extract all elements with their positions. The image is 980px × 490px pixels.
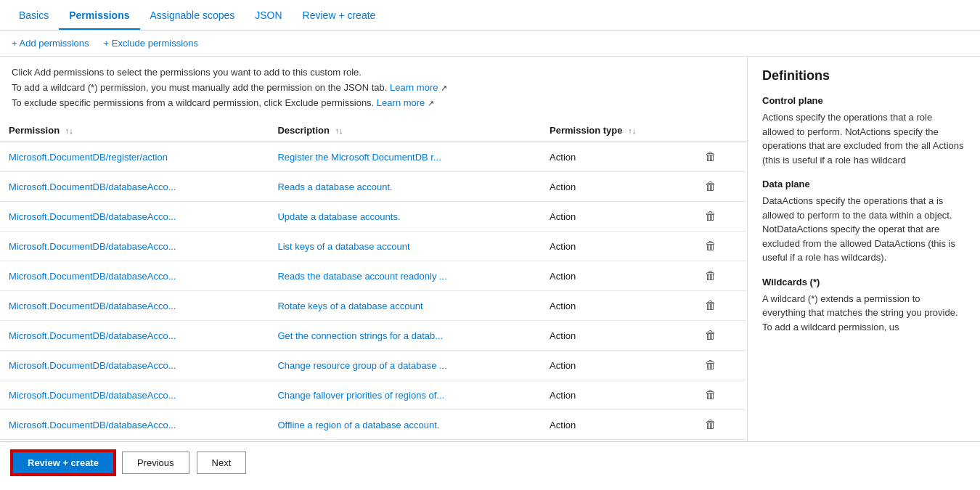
cell-description-7[interactable]: Change resource group of a database ... (269, 351, 541, 380)
tab-review-create[interactable]: Review + create (293, 2, 386, 30)
table-row: Microsoft.DocumentDB/databaseAcco...Get … (0, 321, 747, 351)
info-line2: To add a wildcard (*) permission, you mu… (12, 81, 735, 96)
tab-assignable-scopes[interactable]: Assignable scopes (140, 2, 245, 30)
definition-heading-0: Control plane (762, 95, 965, 106)
cell-type-0: Action (541, 142, 692, 172)
delete-button-3[interactable]: 🗑 (701, 238, 721, 254)
footer: Review + create Previous Next (0, 441, 980, 483)
cell-description-2[interactable]: Update a database accounts. (269, 202, 541, 232)
cell-description-3[interactable]: List keys of a database account (269, 232, 541, 261)
tab-json[interactable]: JSON (245, 2, 292, 30)
cell-permission-2[interactable]: Microsoft.DocumentDB/databaseAcco... (0, 202, 269, 232)
definition-heading-2: Wildcards (*) (762, 277, 965, 287)
cell-permission-4[interactable]: Microsoft.DocumentDB/databaseAcco... (0, 261, 269, 291)
cell-delete-6: 🗑 (692, 321, 747, 351)
cell-permission-1[interactable]: Microsoft.DocumentDB/databaseAcco... (0, 172, 269, 202)
cell-type-6: Action (541, 321, 692, 351)
info-line3-text: To exclude specific permissions from a w… (12, 97, 374, 108)
cell-description-8[interactable]: Change failover priorities of regions of… (269, 380, 541, 410)
definitions-panel: Definitions Control planeActions specify… (748, 57, 980, 441)
cell-delete-7: 🗑 (692, 351, 747, 380)
cell-type-5: Action (541, 291, 692, 321)
cell-delete-0: 🗑 (692, 142, 747, 172)
cell-delete-5: 🗑 (692, 291, 747, 321)
tab-basics[interactable]: Basics (9, 2, 59, 30)
table-row: Microsoft.DocumentDB/databaseAcco...Read… (0, 172, 747, 202)
col-permission-type: Permission type ↑↓ (541, 119, 692, 142)
definition-body-1: DataActions specify the operations that … (762, 194, 965, 265)
cell-type-1: Action (541, 172, 692, 202)
cell-permission-6[interactable]: Microsoft.DocumentDB/databaseAcco... (0, 321, 269, 351)
cell-permission-7[interactable]: Microsoft.DocumentDB/databaseAcco... (0, 351, 269, 380)
cell-type-2: Action (541, 202, 692, 232)
info-line2-text: To add a wildcard (*) permission, you mu… (12, 82, 387, 93)
cell-delete-9: 🗑 (692, 410, 747, 440)
tabs-bar: BasicsPermissionsAssignable scopesJSONRe… (0, 0, 980, 30)
table-row: Microsoft.DocumentDB/databaseAcco...Upda… (0, 202, 747, 232)
table-row: Microsoft.DocumentDB/databaseAcco...Chan… (0, 380, 747, 410)
info-line3: To exclude specific permissions from a w… (12, 96, 735, 111)
cell-delete-8: 🗑 (692, 380, 747, 410)
cell-type-8: Action (541, 380, 692, 410)
definition-section-2: Wildcards (*)A wildcard (*) extends a pe… (762, 277, 965, 335)
exclude-permissions-button[interactable]: + Exclude permissions (104, 38, 198, 49)
definition-body-2: A wildcard (*) extends a permission to e… (762, 292, 965, 335)
delete-button-5[interactable]: 🗑 (701, 298, 721, 314)
cell-description-4[interactable]: Reads the database account readonly ... (269, 261, 541, 291)
info-section: Click Add permissions to select the perm… (0, 57, 747, 119)
definition-section-0: Control planeActions specify the operati… (762, 95, 965, 167)
cell-type-7: Action (541, 351, 692, 380)
cell-type-3: Action (541, 232, 692, 261)
review-create-button[interactable]: Review + create (12, 451, 115, 475)
toolbar: + Add permissions + Exclude permissions (0, 30, 980, 57)
table-row: Microsoft.DocumentDB/databaseAcco...Offl… (0, 410, 747, 440)
definition-body-0: Actions specify the operations that a ro… (762, 110, 965, 167)
table-header-row: Permission ↑↓ Description ↑↓ Permission … (0, 119, 747, 142)
table-row: Microsoft.DocumentDB/register/actionRegi… (0, 142, 747, 172)
learn-more-link-2[interactable]: Learn more (377, 97, 425, 108)
definitions-title: Definitions (762, 68, 965, 83)
cell-description-9[interactable]: Offline a region of a database account. (269, 410, 541, 440)
delete-button-7[interactable]: 🗑 (701, 357, 721, 373)
delete-button-6[interactable]: 🗑 (701, 327, 721, 343)
definition-heading-1: Data plane (762, 179, 965, 189)
cell-description-6[interactable]: Get the connection strings for a datab..… (269, 321, 541, 351)
permissions-table: Permission ↑↓ Description ↑↓ Permission … (0, 119, 747, 440)
delete-button-0[interactable]: 🗑 (701, 149, 721, 165)
definition-section-1: Data planeDataActions specify the operat… (762, 179, 965, 265)
cell-permission-8[interactable]: Microsoft.DocumentDB/databaseAcco... (0, 380, 269, 410)
cell-type-9: Action (541, 410, 692, 440)
cell-type-4: Action (541, 261, 692, 291)
cell-delete-3: 🗑 (692, 232, 747, 261)
previous-button[interactable]: Previous (122, 452, 189, 474)
cell-permission-9[interactable]: Microsoft.DocumentDB/databaseAcco... (0, 410, 269, 440)
cell-description-5[interactable]: Rotate keys of a database account (269, 291, 541, 321)
delete-button-2[interactable]: 🗑 (701, 208, 721, 224)
cell-description-1[interactable]: Reads a database account. (269, 172, 541, 202)
delete-button-9[interactable]: 🗑 (701, 417, 721, 433)
table-row: Microsoft.DocumentDB/databaseAcco...Chan… (0, 351, 747, 380)
col-actions (692, 119, 747, 142)
external-icon-1: ↗ (441, 83, 447, 92)
next-button[interactable]: Next (197, 452, 247, 474)
learn-more-link-1[interactable]: Learn more (390, 82, 438, 93)
cell-permission-0[interactable]: Microsoft.DocumentDB/register/action (0, 142, 269, 172)
delete-button-8[interactable]: 🗑 (701, 387, 721, 403)
cell-delete-2: 🗑 (692, 202, 747, 232)
tab-permissions[interactable]: Permissions (59, 2, 139, 30)
cell-delete-1: 🗑 (692, 172, 747, 202)
table-row: Microsoft.DocumentDB/databaseAcco...List… (0, 232, 747, 261)
delete-button-4[interactable]: 🗑 (701, 268, 721, 284)
cell-permission-5[interactable]: Microsoft.DocumentDB/databaseAcco... (0, 291, 269, 321)
col-description: Description ↑↓ (269, 119, 541, 142)
table-row: Microsoft.DocumentDB/databaseAcco...Read… (0, 261, 747, 291)
add-permissions-button[interactable]: + Add permissions (12, 38, 89, 49)
col-permission: Permission ↑↓ (0, 119, 269, 142)
cell-permission-3[interactable]: Microsoft.DocumentDB/databaseAcco... (0, 232, 269, 261)
delete-button-1[interactable]: 🗑 (701, 179, 721, 195)
permissions-table-wrapper: Permission ↑↓ Description ↑↓ Permission … (0, 119, 747, 441)
cell-delete-4: 🗑 (692, 261, 747, 291)
table-row: Microsoft.DocumentDB/databaseAcco...Rota… (0, 291, 747, 321)
info-line1: Click Add permissions to select the perm… (12, 65, 735, 81)
cell-description-0[interactable]: Register the Microsoft DocumentDB r... (269, 142, 541, 172)
